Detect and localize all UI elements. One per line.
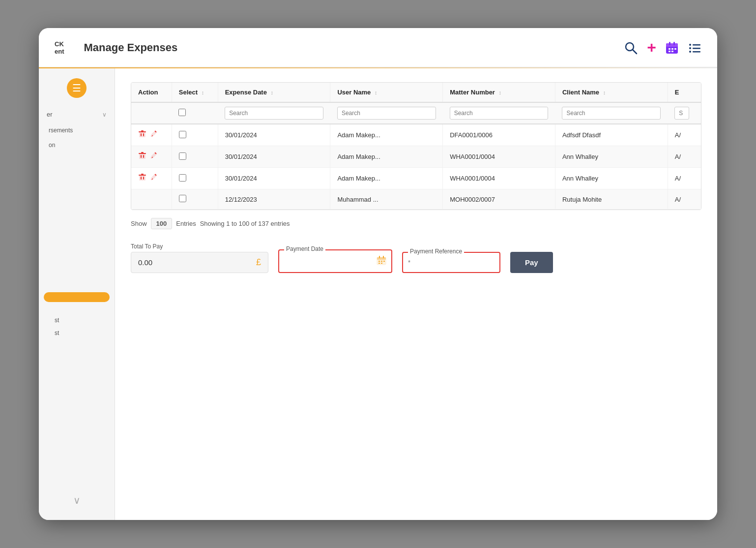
sidebar-label-st1: st (47, 314, 107, 327)
expense-table-wrapper: Action Select ↕ Expense Date ↕ (131, 82, 701, 210)
search-matter-number-input[interactable] (450, 107, 549, 120)
svg-rect-8 (674, 48, 676, 50)
showing-text: Showing 1 to 100 of 137 entries (200, 220, 290, 227)
row-matter-number: WHA0001/0004 (443, 168, 555, 189)
add-icon[interactable]: + (647, 38, 656, 57)
col-expense-date: Expense Date ↕ (218, 83, 330, 102)
search-client-name-cell (555, 102, 668, 124)
search-client-name-input[interactable] (562, 107, 661, 120)
payment-date-input[interactable] (279, 252, 372, 271)
svg-rect-34 (379, 256, 380, 258)
svg-rect-26 (143, 155, 144, 158)
row-extra: A/ (668, 124, 701, 146)
table-search-row (131, 102, 701, 124)
payment-reference-field: Payment Reference (402, 252, 500, 273)
total-to-pay-input[interactable] (131, 252, 249, 273)
svg-rect-18 (139, 131, 146, 132)
date-field-wrapper: Payment Date (278, 249, 392, 273)
search-expense-date-input[interactable] (225, 107, 323, 120)
svg-rect-6 (669, 48, 670, 50)
payment-section: Total To Pay £ Payment Date (131, 243, 701, 273)
delete-icon[interactable] (138, 173, 146, 183)
row-select-checkbox[interactable] (179, 152, 186, 160)
calendar-icon[interactable] (665, 41, 679, 55)
entries-label: Entries (176, 220, 196, 227)
svg-rect-9 (669, 51, 670, 52)
payment-reference-label: Payment Reference (408, 248, 464, 255)
sidebar-item-er-label: er (47, 111, 53, 118)
svg-rect-35 (383, 256, 384, 258)
search-icon[interactable] (623, 40, 638, 55)
list-icon[interactable] (688, 41, 701, 55)
svg-rect-5 (673, 42, 675, 45)
svg-rect-12 (693, 44, 700, 46)
row-expense-date: 12/12/2023 (218, 189, 330, 210)
sidebar: ☰ er ∨ rsements on st st ∨ (39, 68, 115, 520)
sidebar-item-er[interactable]: er ∨ (39, 106, 115, 123)
svg-rect-40 (381, 263, 382, 264)
search-extra-cell (668, 102, 701, 124)
sidebar-menu-button[interactable]: ☰ (67, 78, 87, 98)
row-select-checkbox[interactable] (179, 131, 186, 138)
svg-rect-21 (143, 133, 144, 136)
svg-rect-36 (378, 261, 380, 262)
row-user-name: Adam Makep... (330, 168, 443, 189)
row-expense-date: 30/01/2024 (218, 168, 330, 189)
chevron-down-icon-bottom[interactable]: ∨ (73, 495, 81, 506)
header-icons: + (623, 38, 701, 57)
svg-rect-3 (666, 43, 678, 47)
row-client-name: Ann Whalley (555, 168, 668, 189)
select-all-checkbox[interactable] (178, 109, 186, 116)
col-client-name: Client Name ↕ (555, 83, 668, 102)
svg-rect-7 (671, 48, 673, 50)
svg-rect-22 (139, 153, 145, 159)
row-user-name: Muhammad ... (330, 189, 443, 210)
search-select-cell (172, 102, 218, 124)
logo-sub: ent (55, 48, 64, 55)
main-content: Action Select ↕ Expense Date ↕ (115, 68, 717, 520)
svg-point-15 (689, 51, 691, 53)
table-footer: Show 100 Entries Showing 1 to 100 of 137… (131, 218, 701, 229)
app-window: CK ent Manage Expenses + (39, 28, 717, 520)
row-checkbox-cell (172, 189, 218, 210)
search-user-name-input[interactable] (337, 107, 436, 120)
row-client-name: Ann Whalley (555, 146, 668, 168)
svg-rect-4 (669, 42, 670, 45)
search-extra-input[interactable] (674, 107, 689, 120)
table-row: 30/01/2024Adam Makep...DFA0001/0006Adfsd… (131, 124, 701, 146)
svg-rect-27 (139, 175, 145, 181)
total-to-pay-label: Total To Pay (131, 243, 268, 250)
search-action-cell (131, 102, 172, 124)
payment-reference-input[interactable] (403, 253, 499, 272)
pay-button[interactable]: Pay (510, 252, 553, 273)
edit-icon[interactable] (150, 173, 159, 183)
col-extra: E (668, 83, 701, 102)
col-action: Action (131, 83, 172, 102)
edit-icon[interactable] (150, 130, 159, 140)
svg-rect-19 (141, 130, 144, 131)
delete-icon[interactable] (138, 152, 146, 162)
sidebar-action-button[interactable] (44, 292, 110, 302)
row-action-cell (131, 124, 172, 146)
row-extra: A/ (668, 189, 701, 210)
payment-date-calendar-icon[interactable] (372, 250, 391, 272)
body-layout: ☰ er ∨ rsements on st st ∨ (39, 68, 717, 520)
row-matter-number: WHA0001/0004 (443, 146, 555, 168)
row-select-checkbox[interactable] (179, 174, 186, 182)
row-checkbox-cell (172, 146, 218, 168)
svg-rect-28 (139, 175, 146, 176)
total-to-pay-wrapper: £ (131, 252, 268, 273)
entries-count: 100 (151, 218, 173, 229)
row-select-checkbox[interactable] (179, 195, 186, 202)
svg-rect-30 (141, 177, 142, 180)
sidebar-item-on[interactable]: on (39, 138, 115, 152)
svg-rect-39 (378, 263, 380, 264)
sidebar-item-rsements[interactable]: rsements (39, 123, 115, 138)
table-row: 30/01/2024Adam Makep...WHA0001/0004Ann W… (131, 168, 701, 189)
table-header-row: Action Select ↕ Expense Date ↕ (131, 83, 701, 102)
row-matter-number: MOH0002/0007 (443, 189, 555, 210)
delete-icon[interactable] (138, 130, 146, 140)
row-checkbox-cell (172, 124, 218, 146)
logo: CK ent (55, 40, 64, 55)
edit-icon[interactable] (150, 152, 159, 162)
